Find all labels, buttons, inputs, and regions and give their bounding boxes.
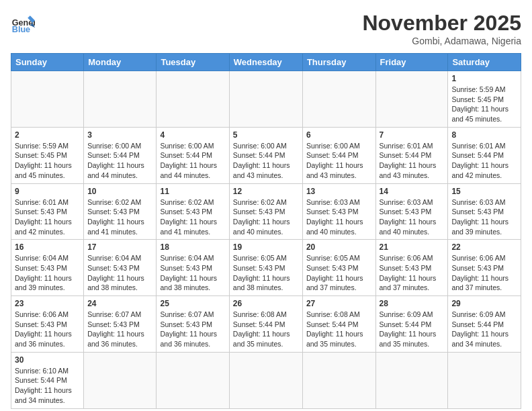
day-number: 26 (233, 299, 299, 308)
calendar-cell: 12Sunrise: 6:02 AMSunset: 5:43 PMDayligh… (229, 183, 302, 240)
calendar-cell: 5Sunrise: 6:00 AMSunset: 5:44 PMDaylight… (229, 127, 302, 183)
day-info: Sunrise: 6:04 AMSunset: 5:43 PMDaylight:… (15, 253, 80, 293)
day-number: 12 (233, 187, 299, 196)
calendar-cell: 13Sunrise: 6:03 AMSunset: 5:43 PMDayligh… (302, 183, 375, 240)
day-number: 27 (306, 299, 372, 308)
calendar-cell: 29Sunrise: 6:09 AMSunset: 5:44 PMDayligh… (448, 296, 521, 353)
calendar-table: SundayMondayTuesdayWednesdayThursdayFrid… (11, 53, 521, 409)
day-number: 29 (451, 299, 517, 308)
title-block: November 2025 Gombi, Adamawa, Nigeria (362, 11, 521, 46)
calendar-cell (157, 352, 229, 408)
day-number: 8 (451, 130, 517, 140)
calendar-cell: 16Sunrise: 6:04 AMSunset: 5:43 PMDayligh… (11, 240, 84, 296)
weekday-header-saturday: Saturday (448, 54, 521, 71)
day-info: Sunrise: 6:02 AMSunset: 5:43 PMDaylight:… (87, 197, 152, 237)
weekday-header-monday: Monday (84, 54, 157, 71)
calendar-cell: 15Sunrise: 6:03 AMSunset: 5:43 PMDayligh… (448, 183, 521, 240)
day-number: 25 (160, 299, 225, 308)
day-info: Sunrise: 6:08 AMSunset: 5:44 PMDaylight:… (233, 310, 299, 349)
calendar-cell (448, 352, 521, 408)
day-info: Sunrise: 6:09 AMSunset: 5:44 PMDaylight:… (380, 310, 445, 349)
day-number: 30 (15, 355, 80, 365)
day-info: Sunrise: 6:04 AMSunset: 5:43 PMDaylight:… (87, 253, 152, 293)
calendar-week-row: 23Sunrise: 6:06 AMSunset: 5:43 PMDayligh… (11, 296, 521, 353)
weekday-header-sunday: Sunday (11, 54, 84, 71)
day-number: 15 (451, 187, 517, 196)
calendar-cell: 27Sunrise: 6:08 AMSunset: 5:44 PMDayligh… (302, 296, 375, 353)
month-title: November 2025 (362, 11, 521, 36)
day-number: 16 (15, 242, 80, 252)
day-number: 17 (87, 242, 152, 252)
location-title: Gombi, Adamawa, Nigeria (362, 36, 521, 46)
calendar-cell: 9Sunrise: 6:01 AMSunset: 5:43 PMDaylight… (11, 183, 84, 240)
day-number: 11 (160, 187, 225, 196)
calendar-cell: 3Sunrise: 6:00 AMSunset: 5:44 PMDaylight… (84, 127, 157, 183)
calendar-cell: 6Sunrise: 6:00 AMSunset: 5:44 PMDaylight… (302, 127, 375, 183)
calendar-cell: 8Sunrise: 6:01 AMSunset: 5:44 PMDaylight… (448, 127, 521, 183)
calendar-cell: 11Sunrise: 6:02 AMSunset: 5:43 PMDayligh… (157, 183, 229, 240)
calendar-cell: 28Sunrise: 6:09 AMSunset: 5:44 PMDayligh… (375, 296, 448, 353)
day-info: Sunrise: 6:03 AMSunset: 5:43 PMDaylight:… (451, 197, 517, 237)
calendar-cell: 4Sunrise: 6:00 AMSunset: 5:44 PMDaylight… (157, 127, 229, 183)
weekday-header-wednesday: Wednesday (229, 54, 302, 71)
day-info: Sunrise: 6:05 AMSunset: 5:43 PMDaylight:… (306, 253, 372, 293)
day-info: Sunrise: 5:59 AMSunset: 5:45 PMDaylight:… (451, 85, 517, 124)
day-number: 9 (15, 187, 80, 196)
calendar-cell (84, 71, 157, 128)
day-number: 3 (87, 130, 152, 140)
calendar-cell (84, 352, 157, 408)
calendar-week-row: 9Sunrise: 6:01 AMSunset: 5:43 PMDaylight… (11, 183, 521, 240)
calendar-cell (302, 71, 375, 128)
day-info: Sunrise: 6:06 AMSunset: 5:43 PMDaylight:… (451, 253, 517, 293)
day-info: Sunrise: 6:03 AMSunset: 5:43 PMDaylight:… (380, 197, 445, 237)
logo: General Blue (11, 11, 35, 35)
calendar-cell: 21Sunrise: 6:06 AMSunset: 5:43 PMDayligh… (375, 240, 448, 296)
day-number: 2 (15, 130, 80, 140)
day-info: Sunrise: 6:01 AMSunset: 5:43 PMDaylight:… (15, 197, 80, 237)
calendar-cell (11, 71, 84, 128)
calendar-cell: 18Sunrise: 6:04 AMSunset: 5:43 PMDayligh… (157, 240, 229, 296)
svg-text:Blue: Blue (12, 25, 30, 34)
day-number: 7 (380, 130, 445, 140)
calendar-cell: 22Sunrise: 6:06 AMSunset: 5:43 PMDayligh… (448, 240, 521, 296)
calendar-cell: 23Sunrise: 6:06 AMSunset: 5:43 PMDayligh… (11, 296, 84, 353)
page-header: General Blue November 2025 Gombi, Adamaw… (11, 11, 521, 46)
calendar-week-row: 16Sunrise: 6:04 AMSunset: 5:43 PMDayligh… (11, 240, 521, 296)
day-info: Sunrise: 6:00 AMSunset: 5:44 PMDaylight:… (233, 141, 299, 181)
day-number: 20 (306, 242, 372, 252)
calendar-cell: 24Sunrise: 6:07 AMSunset: 5:43 PMDayligh… (84, 296, 157, 353)
day-number: 28 (380, 299, 445, 308)
calendar-cell: 26Sunrise: 6:08 AMSunset: 5:44 PMDayligh… (229, 296, 302, 353)
day-info: Sunrise: 6:01 AMSunset: 5:44 PMDaylight:… (451, 141, 517, 181)
weekday-header-row: SundayMondayTuesdayWednesdayThursdayFrid… (11, 54, 521, 71)
calendar-cell: 30Sunrise: 6:10 AMSunset: 5:44 PMDayligh… (11, 352, 84, 408)
calendar-week-row: 30Sunrise: 6:10 AMSunset: 5:44 PMDayligh… (11, 352, 521, 408)
day-number: 19 (233, 242, 299, 252)
day-number: 5 (233, 130, 299, 140)
day-info: Sunrise: 6:07 AMSunset: 5:43 PMDaylight:… (160, 310, 225, 349)
calendar-cell (375, 352, 448, 408)
calendar-week-row: 1Sunrise: 5:59 AMSunset: 5:45 PMDaylight… (11, 71, 521, 128)
day-info: Sunrise: 6:00 AMSunset: 5:44 PMDaylight:… (87, 141, 152, 181)
day-info: Sunrise: 6:09 AMSunset: 5:44 PMDaylight:… (451, 310, 517, 349)
calendar-cell: 1Sunrise: 5:59 AMSunset: 5:45 PMDaylight… (448, 71, 521, 128)
calendar-cell: 20Sunrise: 6:05 AMSunset: 5:43 PMDayligh… (302, 240, 375, 296)
day-info: Sunrise: 6:00 AMSunset: 5:44 PMDaylight:… (160, 141, 225, 181)
weekday-header-friday: Friday (375, 54, 448, 71)
calendar-cell: 19Sunrise: 6:05 AMSunset: 5:43 PMDayligh… (229, 240, 302, 296)
calendar-cell: 10Sunrise: 6:02 AMSunset: 5:43 PMDayligh… (84, 183, 157, 240)
day-info: Sunrise: 6:01 AMSunset: 5:44 PMDaylight:… (380, 141, 445, 181)
day-info: Sunrise: 6:08 AMSunset: 5:44 PMDaylight:… (306, 310, 372, 349)
calendar-cell: 17Sunrise: 6:04 AMSunset: 5:43 PMDayligh… (84, 240, 157, 296)
logo-icon: General Blue (11, 11, 35, 35)
calendar-cell (229, 352, 302, 408)
weekday-header-thursday: Thursday (302, 54, 375, 71)
calendar-week-row: 2Sunrise: 5:59 AMSunset: 5:45 PMDaylight… (11, 127, 521, 183)
calendar-cell: 25Sunrise: 6:07 AMSunset: 5:43 PMDayligh… (157, 296, 229, 353)
day-info: Sunrise: 6:02 AMSunset: 5:43 PMDaylight:… (160, 197, 225, 237)
day-info: Sunrise: 6:06 AMSunset: 5:43 PMDaylight:… (380, 253, 445, 293)
day-number: 24 (87, 299, 152, 308)
day-number: 1 (451, 74, 517, 83)
day-number: 18 (160, 242, 225, 252)
day-info: Sunrise: 6:05 AMSunset: 5:43 PMDaylight:… (233, 253, 299, 293)
